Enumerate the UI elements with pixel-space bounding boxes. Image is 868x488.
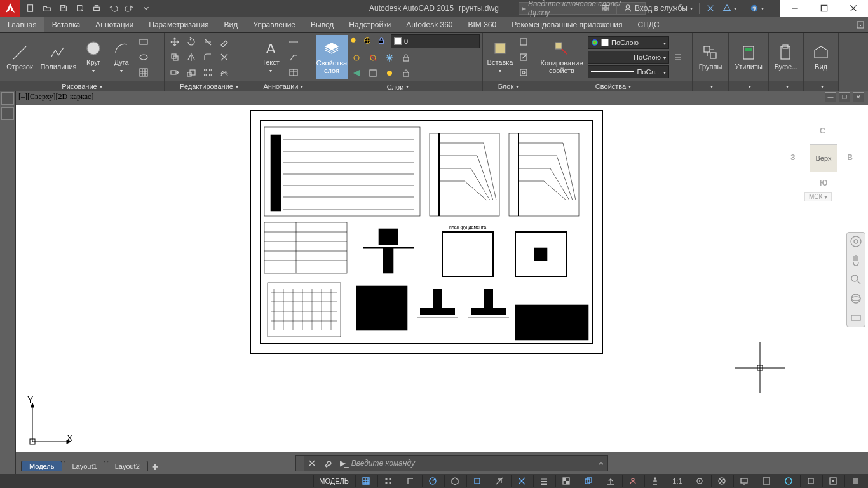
- tab-bim360[interactable]: BIM 360: [461, 17, 505, 32]
- mirror-icon[interactable]: [184, 50, 199, 64]
- explode-icon[interactable]: [217, 50, 232, 64]
- status-ws-icon[interactable]: [711, 475, 732, 487]
- stretch-icon[interactable]: [167, 65, 182, 79]
- drawing-tab-icon[interactable]: [1, 107, 14, 120]
- dimension-icon[interactable]: [286, 35, 301, 49]
- table-icon[interactable]: [286, 65, 301, 79]
- status-annovis-icon[interactable]: [689, 475, 710, 487]
- ribbon-panel-cycle-icon[interactable]: [853, 17, 868, 32]
- tab-featured[interactable]: Рекомендованные приложения: [504, 17, 630, 32]
- layon-icon[interactable]: [382, 66, 397, 80]
- text-button[interactable]: AТекст▾: [257, 35, 285, 79]
- redo-icon[interactable]: [122, 1, 137, 16]
- status-hardware-icon[interactable]: [778, 475, 799, 487]
- paste-button[interactable]: Буфе...: [771, 35, 801, 79]
- viewcube-west[interactable]: З: [790, 153, 796, 162]
- copy-icon[interactable]: [167, 50, 182, 64]
- start-tab-icon[interactable]: [1, 92, 14, 105]
- maximize-button[interactable]: [810, 0, 839, 17]
- tab-spds[interactable]: СПДС: [630, 17, 667, 32]
- layer-properties-button[interactable]: Свойства слоя: [316, 35, 348, 79]
- tab-home[interactable]: Главная: [0, 17, 44, 32]
- showmotion-icon[interactable]: [850, 311, 862, 324]
- layoff-icon[interactable]: [349, 51, 364, 65]
- layer-selector[interactable]: 0: [391, 34, 480, 48]
- rectangle-icon[interactable]: [136, 35, 151, 49]
- tab-layout2[interactable]: Layout2: [107, 461, 148, 471]
- match-properties-button[interactable]: Копирование свойств: [537, 35, 587, 79]
- status-cleanscreen-icon[interactable]: [822, 475, 843, 487]
- linetype-selector[interactable]: ПоСл...: [588, 65, 669, 78]
- list-icon[interactable]: [670, 50, 686, 64]
- qat-more-icon[interactable]: [139, 1, 154, 16]
- tab-view[interactable]: Вид: [217, 17, 246, 32]
- status-qp-icon[interactable]: [622, 475, 643, 487]
- insert-block-button[interactable]: Вставка▾: [485, 35, 515, 79]
- status-isolate-icon[interactable]: [800, 475, 821, 487]
- scale-icon[interactable]: [184, 65, 199, 79]
- orbit-icon[interactable]: [850, 292, 862, 305]
- viewcube-north[interactable]: С: [820, 126, 825, 135]
- doc-close-icon[interactable]: ✕: [853, 92, 864, 102]
- status-model[interactable]: МОДЕЛЬ: [313, 475, 354, 487]
- new-icon[interactable]: [23, 1, 38, 16]
- app-menu-button[interactable]: [0, 0, 20, 17]
- status-lwt-icon[interactable]: [533, 475, 554, 487]
- viewcube-wcs[interactable]: МСК ▾: [804, 192, 832, 201]
- status-snap-icon[interactable]: [377, 475, 398, 487]
- status-annoscale-icon[interactable]: [644, 475, 665, 487]
- status-scale[interactable]: 1:1: [667, 475, 688, 487]
- leader-icon[interactable]: [286, 50, 301, 64]
- laymatch-icon[interactable]: [365, 66, 381, 80]
- viewcube-south[interactable]: Ю: [820, 179, 827, 187]
- laylock-icon[interactable]: [398, 51, 414, 65]
- close-button[interactable]: [839, 0, 868, 17]
- status-grid-icon[interactable]: [355, 475, 376, 487]
- tab-addins[interactable]: Надстройки: [341, 17, 398, 32]
- status-transparency-icon[interactable]: [555, 475, 576, 487]
- save-icon[interactable]: [56, 1, 71, 16]
- plot-icon[interactable]: [89, 1, 104, 16]
- search-button[interactable]: [597, 0, 614, 17]
- viewcube[interactable]: С З В Ю Верх МСК ▾: [785, 119, 855, 201]
- tab-annotate[interactable]: Аннотации: [88, 17, 141, 32]
- layunlock-icon[interactable]: [398, 66, 414, 80]
- help-icon[interactable]: ?▾: [746, 0, 768, 17]
- array-icon[interactable]: [200, 65, 215, 79]
- status-isodraft-icon[interactable]: [444, 475, 465, 487]
- lineweight-selector[interactable]: ПоСлою: [588, 51, 669, 64]
- signin-button[interactable]: Вход в службы ▾: [620, 0, 696, 17]
- a360-icon[interactable]: ▾: [719, 0, 740, 17]
- bulb-icon[interactable]: [349, 36, 362, 47]
- circle-button[interactable]: Круг▾: [80, 35, 107, 79]
- utilities-button[interactable]: Утилиты: [731, 35, 766, 79]
- doc-minimize-icon[interactable]: —: [825, 92, 836, 102]
- fillet-icon[interactable]: [200, 50, 215, 64]
- tab-layout1[interactable]: Layout1: [64, 461, 105, 471]
- color-selector[interactable]: ПоСлою: [588, 36, 669, 49]
- status-cycling-icon[interactable]: [578, 475, 599, 487]
- line-button[interactable]: Отрезок: [3, 35, 37, 79]
- rotate-icon[interactable]: [184, 35, 199, 49]
- model-space[interactable]: план фундамента: [16, 105, 868, 452]
- status-3dosnap-icon[interactable]: [489, 475, 510, 487]
- tab-manage[interactable]: Управление: [245, 17, 303, 32]
- trim-icon[interactable]: [200, 35, 215, 49]
- status-customize-icon[interactable]: [844, 475, 865, 487]
- edit-block-icon[interactable]: [516, 50, 531, 64]
- status-annomon-icon[interactable]: [733, 475, 754, 487]
- cmd-close-icon[interactable]: [304, 456, 320, 471]
- create-block-icon[interactable]: [516, 35, 531, 49]
- lock-icon[interactable]: [377, 36, 390, 47]
- command-line[interactable]: Введите команду: [295, 455, 608, 471]
- hatch-icon[interactable]: [136, 65, 151, 79]
- steering-wheel-icon[interactable]: [850, 235, 862, 248]
- add-layout-icon[interactable]: ✚: [149, 463, 161, 471]
- edit-attrib-icon[interactable]: [516, 65, 531, 79]
- exchange-icon[interactable]: [702, 0, 719, 17]
- open-icon[interactable]: [39, 1, 55, 16]
- status-ortho-icon[interactable]: [400, 475, 421, 487]
- tab-model[interactable]: Модель: [21, 461, 62, 471]
- undo-icon[interactable]: [105, 1, 121, 16]
- tab-parametric[interactable]: Параметризация: [141, 17, 216, 32]
